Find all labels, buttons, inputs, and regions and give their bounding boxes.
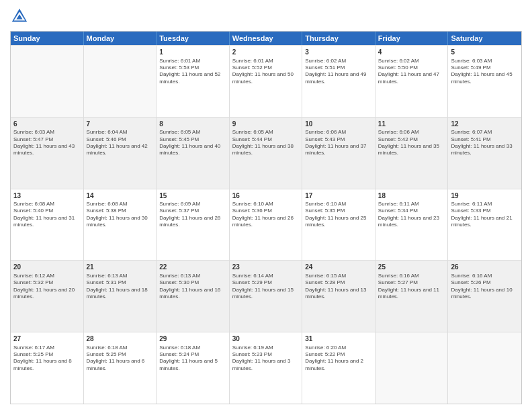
logo: [10, 7, 32, 26]
cell-info: Sunrise: 6:12 AMSunset: 5:32 PMDaylight:…: [13, 273, 81, 301]
cell-info: Sunrise: 6:10 AMSunset: 5:35 PMDaylight:…: [305, 201, 372, 229]
day-cell-21: 21Sunrise: 6:13 AMSunset: 5:31 PMDayligh…: [84, 261, 157, 332]
day-cell-10: 10Sunrise: 6:06 AMSunset: 5:43 PMDayligh…: [302, 118, 375, 189]
day-cell-23: 23Sunrise: 6:14 AMSunset: 5:29 PMDayligh…: [230, 261, 303, 332]
header-day-friday: Friday: [375, 32, 449, 45]
cell-info: Sunrise: 6:09 AMSunset: 5:37 PMDaylight:…: [159, 201, 226, 229]
day-cell-19: 19Sunrise: 6:11 AMSunset: 5:33 PMDayligh…: [448, 189, 521, 261]
day-number: 18: [378, 191, 445, 201]
day-number: 19: [451, 191, 519, 201]
day-cell-2: 2Sunrise: 6:01 AMSunset: 5:52 PMDaylight…: [230, 46, 303, 117]
day-number: 16: [232, 191, 300, 201]
day-cell-15: 15Sunrise: 6:09 AMSunset: 5:37 PMDayligh…: [157, 189, 230, 261]
week-row-5: 27Sunrise: 6:17 AMSunset: 5:25 PMDayligh…: [11, 332, 521, 404]
day-cell-18: 18Sunrise: 6:11 AMSunset: 5:34 PMDayligh…: [375, 189, 449, 261]
cell-info: Sunrise: 6:08 AMSunset: 5:40 PMDaylight:…: [13, 201, 81, 229]
day-cell-1: 1Sunrise: 6:01 AMSunset: 5:53 PMDaylight…: [157, 46, 230, 117]
day-number: 12: [451, 120, 519, 129]
day-number: 21: [87, 263, 154, 272]
empty-cell: [448, 332, 521, 404]
cell-info: Sunrise: 6:14 AMSunset: 5:29 PMDaylight:…: [232, 273, 300, 301]
calendar: SundayMondayTuesdayWednesdayThursdayFrid…: [10, 31, 522, 404]
header: [10, 7, 522, 26]
day-cell-5: 5Sunrise: 6:03 AMSunset: 5:49 PMDaylight…: [448, 46, 521, 117]
day-cell-25: 25Sunrise: 6:16 AMSunset: 5:27 PMDayligh…: [375, 261, 449, 332]
logo-icon: [10, 7, 29, 26]
day-cell-7: 7Sunrise: 6:04 AMSunset: 5:46 PMDaylight…: [84, 118, 157, 189]
cell-info: Sunrise: 6:13 AMSunset: 5:30 PMDaylight:…: [159, 273, 226, 301]
cell-info: Sunrise: 6:16 AMSunset: 5:27 PMDaylight:…: [378, 273, 445, 301]
day-cell-14: 14Sunrise: 6:08 AMSunset: 5:38 PMDayligh…: [84, 189, 157, 261]
cell-info: Sunrise: 6:06 AMSunset: 5:42 PMDaylight:…: [378, 129, 445, 157]
day-cell-30: 30Sunrise: 6:19 AMSunset: 5:23 PMDayligh…: [230, 332, 303, 404]
page: SundayMondayTuesdayWednesdayThursdayFrid…: [0, 0, 532, 411]
day-number: 31: [305, 334, 372, 344]
header-day-thursday: Thursday: [302, 32, 375, 45]
cell-info: Sunrise: 6:01 AMSunset: 5:52 PMDaylight:…: [232, 58, 300, 86]
empty-cell: [375, 332, 449, 404]
day-cell-16: 16Sunrise: 6:10 AMSunset: 5:36 PMDayligh…: [230, 189, 303, 261]
day-number: 7: [87, 120, 154, 129]
day-cell-8: 8Sunrise: 6:05 AMSunset: 5:45 PMDaylight…: [157, 118, 230, 189]
cell-info: Sunrise: 6:20 AMSunset: 5:22 PMDaylight:…: [305, 345, 372, 373]
day-cell-28: 28Sunrise: 6:18 AMSunset: 5:25 PMDayligh…: [84, 332, 157, 404]
cell-info: Sunrise: 6:05 AMSunset: 5:44 PMDaylight:…: [232, 129, 300, 157]
day-cell-4: 4Sunrise: 6:02 AMSunset: 5:50 PMDaylight…: [375, 46, 449, 117]
day-number: 28: [87, 334, 154, 344]
day-number: 13: [13, 191, 81, 201]
day-cell-9: 9Sunrise: 6:05 AMSunset: 5:44 PMDaylight…: [230, 118, 303, 189]
day-cell-26: 26Sunrise: 6:16 AMSunset: 5:26 PMDayligh…: [448, 261, 521, 332]
empty-cell: [11, 46, 84, 117]
day-cell-6: 6Sunrise: 6:03 AMSunset: 5:47 PMDaylight…: [11, 118, 84, 189]
cell-info: Sunrise: 6:08 AMSunset: 5:38 PMDaylight:…: [87, 201, 154, 229]
day-cell-17: 17Sunrise: 6:10 AMSunset: 5:35 PMDayligh…: [302, 189, 375, 261]
day-number: 25: [378, 263, 445, 272]
day-number: 20: [13, 263, 81, 272]
header-day-monday: Monday: [84, 32, 157, 45]
calendar-body: 1Sunrise: 6:01 AMSunset: 5:53 PMDaylight…: [11, 45, 521, 404]
week-row-2: 6Sunrise: 6:03 AMSunset: 5:47 PMDaylight…: [11, 117, 521, 189]
empty-cell: [84, 46, 157, 117]
day-cell-24: 24Sunrise: 6:15 AMSunset: 5:28 PMDayligh…: [302, 261, 375, 332]
day-cell-27: 27Sunrise: 6:17 AMSunset: 5:25 PMDayligh…: [11, 332, 84, 404]
header-day-tuesday: Tuesday: [157, 32, 230, 45]
day-number: 2: [232, 48, 300, 57]
day-number: 23: [232, 263, 300, 272]
header-day-wednesday: Wednesday: [230, 32, 303, 45]
day-cell-3: 3Sunrise: 6:02 AMSunset: 5:51 PMDaylight…: [302, 46, 375, 117]
header-day-saturday: Saturday: [448, 32, 521, 45]
day-number: 30: [232, 334, 300, 344]
day-number: 22: [159, 263, 226, 272]
day-cell-31: 31Sunrise: 6:20 AMSunset: 5:22 PMDayligh…: [302, 332, 375, 404]
cell-info: Sunrise: 6:18 AMSunset: 5:25 PMDaylight:…: [87, 345, 154, 373]
day-number: 3: [305, 48, 372, 57]
day-cell-11: 11Sunrise: 6:06 AMSunset: 5:42 PMDayligh…: [375, 118, 449, 189]
cell-info: Sunrise: 6:07 AMSunset: 5:41 PMDaylight:…: [451, 129, 519, 157]
cell-info: Sunrise: 6:03 AMSunset: 5:49 PMDaylight:…: [451, 58, 519, 86]
cell-info: Sunrise: 6:05 AMSunset: 5:45 PMDaylight:…: [159, 129, 226, 157]
day-number: 9: [232, 120, 300, 129]
cell-info: Sunrise: 6:02 AMSunset: 5:51 PMDaylight:…: [305, 58, 372, 86]
cell-info: Sunrise: 6:10 AMSunset: 5:36 PMDaylight:…: [232, 201, 300, 229]
day-number: 4: [378, 48, 445, 57]
day-number: 6: [13, 120, 81, 129]
calendar-header: SundayMondayTuesdayWednesdayThursdayFrid…: [11, 32, 521, 45]
day-cell-29: 29Sunrise: 6:18 AMSunset: 5:24 PMDayligh…: [157, 332, 230, 404]
day-cell-20: 20Sunrise: 6:12 AMSunset: 5:32 PMDayligh…: [11, 261, 84, 332]
day-number: 5: [451, 48, 519, 57]
day-cell-12: 12Sunrise: 6:07 AMSunset: 5:41 PMDayligh…: [448, 118, 521, 189]
day-number: 15: [159, 191, 226, 201]
day-number: 24: [305, 263, 372, 272]
day-number: 8: [159, 120, 226, 129]
day-cell-13: 13Sunrise: 6:08 AMSunset: 5:40 PMDayligh…: [11, 189, 84, 261]
cell-info: Sunrise: 6:18 AMSunset: 5:24 PMDaylight:…: [159, 345, 226, 373]
day-number: 10: [305, 120, 372, 129]
cell-info: Sunrise: 6:11 AMSunset: 5:33 PMDaylight:…: [451, 201, 519, 229]
cell-info: Sunrise: 6:03 AMSunset: 5:47 PMDaylight:…: [13, 129, 81, 157]
week-row-1: 1Sunrise: 6:01 AMSunset: 5:53 PMDaylight…: [11, 45, 521, 117]
day-number: 14: [87, 191, 154, 201]
cell-info: Sunrise: 6:19 AMSunset: 5:23 PMDaylight:…: [232, 345, 300, 373]
day-number: 27: [13, 334, 81, 344]
cell-info: Sunrise: 6:01 AMSunset: 5:53 PMDaylight:…: [159, 58, 226, 86]
day-number: 17: [305, 191, 372, 201]
